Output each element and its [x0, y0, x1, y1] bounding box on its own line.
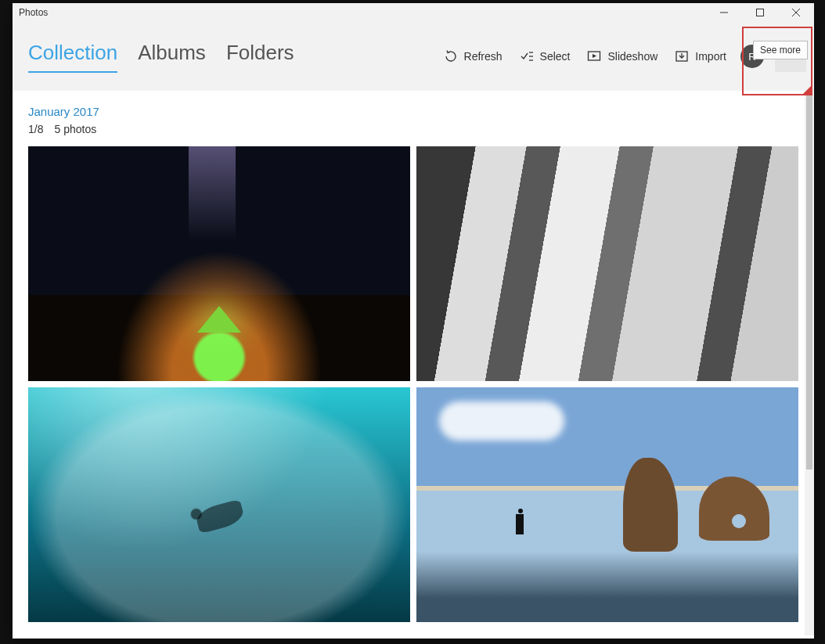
scrollbar-thumb[interactable] [806, 94, 812, 470]
slideshow-icon [587, 49, 601, 63]
photo-thumbnail[interactable] [28, 146, 410, 381]
minimize-button[interactable] [706, 3, 742, 22]
content-area: January 2017 1/8 5 photos [13, 91, 814, 639]
action-buttons: Refresh Select Slideshow [441, 41, 806, 72]
see-more-tooltip: See more [753, 41, 808, 59]
section-date[interactable]: January 2017 [28, 105, 798, 118]
refresh-label: Refresh [464, 50, 503, 63]
tab-collection[interactable]: Collection [28, 41, 117, 73]
svg-marker-8 [593, 54, 596, 58]
slideshow-label: Slideshow [607, 50, 657, 63]
refresh-button[interactable]: Refresh [441, 45, 506, 68]
photo-thumbnail[interactable] [416, 387, 798, 622]
close-button[interactable] [778, 3, 814, 22]
refresh-icon [444, 49, 458, 63]
photo-thumbnail[interactable] [416, 146, 798, 381]
select-icon [520, 49, 534, 63]
import-icon [675, 49, 689, 63]
svg-rect-1 [757, 9, 764, 16]
slideshow-button[interactable]: Slideshow [584, 45, 661, 68]
nav-tabs: Collection Albums Folders [20, 41, 294, 73]
photo-thumbnail[interactable] [28, 387, 410, 622]
select-label: Select [540, 50, 571, 63]
section-count: 5 photos [54, 123, 96, 135]
titlebar: Photos [13, 3, 814, 22]
maximize-button[interactable] [742, 3, 778, 22]
import-label: Import [695, 50, 726, 63]
section-header: January 2017 1/8 5 photos [28, 91, 798, 135]
window-title: Photos [19, 7, 48, 18]
import-button[interactable]: Import [672, 45, 730, 68]
command-bar: Collection Albums Folders Refresh [13, 22, 814, 91]
photo-grid [28, 146, 798, 622]
vertical-scrollbar[interactable] [805, 91, 814, 635]
tab-albums[interactable]: Albums [138, 41, 206, 73]
section-page: 1/8 [28, 123, 43, 135]
photos-window: Photos Collection Albums Folders [13, 3, 814, 639]
select-button[interactable]: Select [517, 45, 574, 68]
tab-folders[interactable]: Folders [226, 41, 294, 73]
